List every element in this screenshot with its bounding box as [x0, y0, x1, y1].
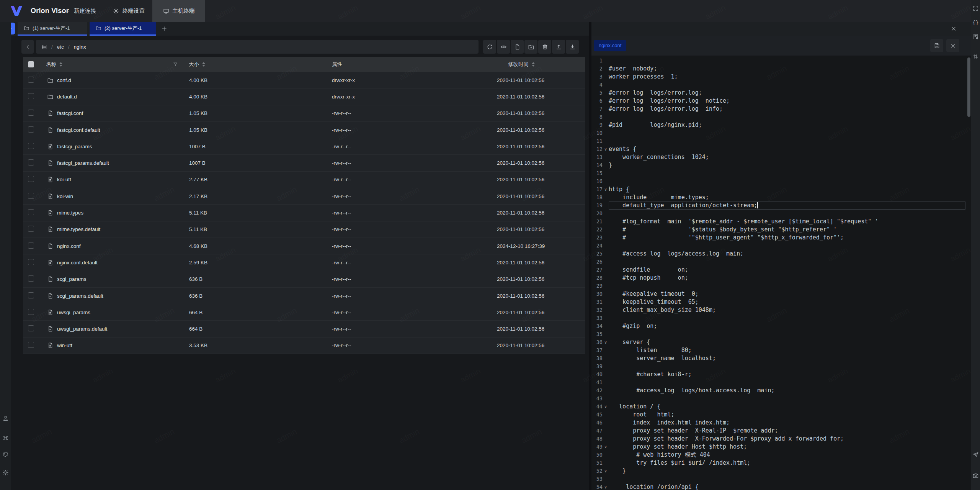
table-row[interactable]: uwsgi_params.default664 B-rw-r--r--2020-…	[23, 321, 585, 337]
code-line[interactable]: 43	[591, 395, 965, 403]
fold-arrow-icon[interactable]: ∨	[603, 338, 609, 346]
code-line[interactable]: 1	[591, 57, 965, 65]
code-line[interactable]: 7#error_log logs/error.log info;	[591, 105, 965, 113]
code-line[interactable]: 54∨ location /orion/api {	[591, 483, 965, 490]
code-text[interactable]	[609, 282, 965, 290]
refresh-button[interactable]	[483, 40, 496, 54]
code-text[interactable]: #charset koi8-r;	[609, 370, 965, 379]
code-text[interactable]: location / {	[609, 403, 965, 411]
code-text[interactable]: # web history 模式 404	[609, 451, 965, 459]
code-line[interactable]: 15	[591, 169, 965, 177]
code-text[interactable]: client_max_body_size 1048m;	[609, 306, 965, 314]
command-icon[interactable]	[2, 435, 9, 441]
row-checkbox[interactable]	[28, 176, 34, 182]
column-header-size[interactable]: 大小	[189, 61, 199, 68]
file-name[interactable]: default.d	[57, 94, 77, 100]
open-file-tag[interactable]: nginx.conf	[594, 40, 626, 51]
code-text[interactable]: }	[609, 161, 965, 169]
nav-item-host-terminal[interactable]: 主机终端	[152, 0, 205, 22]
code-line[interactable]: 29	[591, 282, 965, 290]
file-name[interactable]: fastcgi.conf	[57, 110, 83, 116]
code-text[interactable]: #pid logs/nginx.pid;	[609, 121, 965, 129]
row-checkbox[interactable]	[28, 325, 34, 331]
code-line[interactable]: 4	[591, 81, 965, 89]
code-text[interactable]	[609, 57, 965, 65]
new-tab-plus-icon[interactable]	[161, 25, 168, 32]
file-name[interactable]: fastcgi_params	[57, 144, 92, 149]
code-text[interactable]: # '"$http_user_agent" "$http_x_forwarded…	[609, 234, 965, 242]
row-checkbox[interactable]	[28, 126, 34, 133]
code-text[interactable]: proxy_set_header X-Forwarded-For $proxy_…	[609, 435, 965, 443]
code-text[interactable]: # '$status $body_bytes_sent "$http_refer…	[609, 226, 965, 234]
new-folder-button[interactable]	[524, 40, 537, 54]
code-line[interactable]: 52∨ }	[591, 467, 965, 475]
fold-arrow-icon[interactable]: ∨	[603, 483, 609, 490]
code-line[interactable]: 34 #gzip on;	[591, 322, 965, 330]
braces-icon[interactable]: {}	[972, 19, 979, 26]
code-line[interactable]: 27 sendfile on;	[591, 266, 965, 274]
code-text[interactable]: #user nobody;	[609, 65, 965, 73]
row-checkbox[interactable]	[28, 243, 34, 249]
sort-carets-icon[interactable]	[532, 62, 535, 67]
row-checkbox[interactable]	[28, 77, 34, 83]
code-text[interactable]: default_type application/octet-stream;	[609, 202, 965, 210]
code-line[interactable]: 46 index index.html index.htm;	[591, 419, 965, 427]
file-name[interactable]: win-utf	[57, 343, 72, 348]
fold-arrow-icon[interactable]: ∨	[603, 443, 609, 451]
code-line[interactable]: 28 #tcp_nopush on;	[591, 274, 965, 282]
code-text[interactable]: worker_processes 1;	[609, 73, 965, 81]
code-line[interactable]: 44∨ location / {	[591, 403, 965, 411]
table-row[interactable]: fastcgi.conf.default1.05 KB-rw-r--r--202…	[23, 122, 585, 138]
code-text[interactable]: #gzip on;	[609, 322, 965, 330]
code-line[interactable]: 18 include mime.types;	[591, 193, 965, 202]
code-line[interactable]: 37 listen 80;	[591, 346, 965, 354]
code-text[interactable]	[609, 137, 965, 145]
row-checkbox[interactable]	[28, 93, 34, 99]
fullscreen-icon[interactable]	[972, 5, 979, 11]
file-name[interactable]: nginx.conf	[57, 243, 81, 249]
row-checkbox[interactable]	[28, 292, 34, 298]
column-header-name[interactable]: 名称	[46, 61, 56, 68]
code-line[interactable]: 13 worker_connections 1024;	[591, 153, 965, 161]
upload-button[interactable]	[552, 40, 565, 54]
code-text[interactable]: #error_log logs/error.log notice;	[609, 97, 965, 105]
file-name[interactable]: koi-utf	[57, 177, 71, 182]
code-text[interactable]	[609, 395, 965, 403]
code-line[interactable]: 10	[591, 129, 965, 137]
row-checkbox[interactable]	[28, 275, 34, 282]
code-text[interactable]	[609, 314, 965, 322]
table-row[interactable]: fastcgi_params.default1007 B-rw-r--r--20…	[23, 155, 585, 171]
row-checkbox[interactable]	[28, 309, 34, 315]
code-line[interactable]: 24	[591, 242, 965, 250]
file-name[interactable]: koi-win	[57, 193, 73, 199]
code-line[interactable]: 48 proxy_set_header X-Forwarded-For $pro…	[591, 435, 965, 443]
sort-carets-icon[interactable]	[59, 62, 62, 67]
code-line[interactable]: 14}	[591, 161, 965, 169]
code-line[interactable]: 42 #access_log logs/host.access.log main…	[591, 387, 965, 395]
code-line[interactable]: 38 server_name localhost;	[591, 354, 965, 362]
breadcrumb-segment-nginx[interactable]: nginx	[74, 44, 86, 50]
code-text[interactable]: location /orion/api {	[609, 483, 965, 490]
fold-arrow-icon[interactable]: ∨	[603, 467, 609, 475]
tab-server-1[interactable]: (1) server-生产-1	[18, 22, 87, 36]
row-checkbox[interactable]	[28, 259, 34, 265]
code-text[interactable]	[609, 210, 965, 218]
screenshot-icon[interactable]	[972, 472, 979, 479]
code-text[interactable]: try_files $uri $uri/ /index.html;	[609, 459, 965, 467]
nav-item-new-connection[interactable]: 新建连接	[57, 0, 103, 22]
code-text[interactable]	[609, 330, 965, 338]
code-text[interactable]	[609, 242, 965, 250]
download-button[interactable]	[566, 40, 579, 54]
back-button[interactable]	[21, 40, 34, 54]
code-text[interactable]: root html;	[609, 411, 965, 419]
filter-icon[interactable]	[173, 62, 178, 67]
code-line[interactable]: 8	[591, 113, 965, 121]
code-line[interactable]: 50 # web history 模式 404	[591, 451, 965, 459]
table-row[interactable]: fastcgi_params1007 B-rw-r--r--2020-11-01…	[23, 138, 585, 155]
send-icon[interactable]	[972, 451, 979, 458]
save-button[interactable]	[930, 39, 943, 52]
file-name[interactable]: fastcgi_params.default	[57, 160, 109, 166]
column-header-mtime[interactable]: 修改时间	[508, 61, 529, 68]
table-row[interactable]: scgi_params636 B-rw-r--r--2020-11-01 10:…	[23, 271, 585, 288]
code-line[interactable]: 41	[591, 379, 965, 387]
